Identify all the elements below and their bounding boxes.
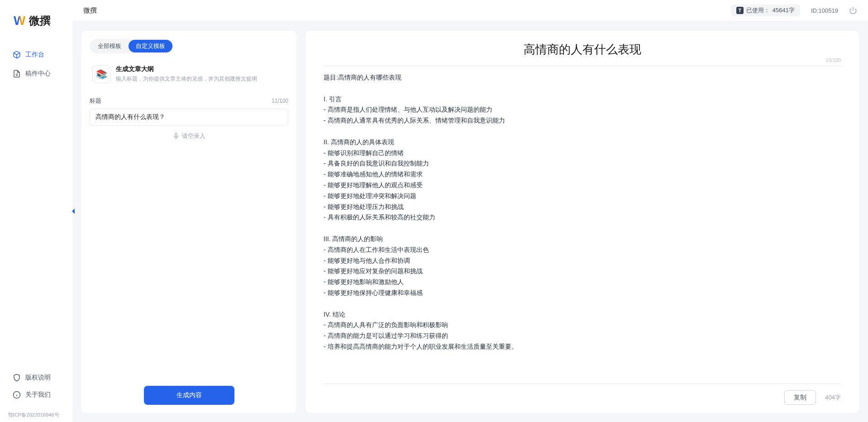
generate-button[interactable]: 生成内容 [144,386,234,405]
cube-icon [13,51,21,59]
template-icon: 📚 [92,65,110,83]
template-tabs: 全部模板 自定义模板 [90,39,173,53]
content-area: 全部模板 自定义模板 📚 生成文章大纲 输入标题，为你提供文章主体的灵感，并为其… [72,21,868,422]
tab-all-templates[interactable]: 全部模板 [91,40,129,52]
topbar: 微撰 T 已使用： 45641字 ID:100519 [72,0,868,21]
logo-icon: W [14,14,25,28]
voice-input[interactable]: 请空录入 [90,126,288,147]
power-icon[interactable] [849,6,857,14]
sidebar-item-workbench[interactable]: 工作台 [5,46,67,63]
output-title: 高情商的人有什么表现 [324,42,841,57]
template-name: 生成文章大纲 [116,65,257,73]
form-label-row: 标题 11/100 [90,97,288,105]
voice-hint: 请空录入 [182,132,205,140]
nav-label: 版权说明 [25,374,51,382]
mic-icon [173,133,179,139]
right-panel: 高情商的人有什么表现 10/100 题目:高情商的人有哪些表现 I. 引言 - … [305,31,859,413]
output-count-row: 10/100 [324,57,841,63]
form-section: 标题 11/100 请空录入 [90,91,288,386]
sidebar-item-about[interactable]: 关于我们 [5,386,67,403]
copy-button[interactable]: 复制 [784,390,816,405]
t-icon: T [736,7,744,14]
document-icon [13,70,21,78]
sidebar-item-copyright[interactable]: 版权说明 [5,369,67,386]
template-meta: 生成文章大纲 输入标题，为你提供文章主体的灵感，并为其创建推文提纲 [116,65,257,83]
output-footer: 复制 404字 [324,384,841,405]
output-divider [324,66,841,66]
icp-text: 鄂ICP备2022016946号 [0,409,72,422]
nav-items: 工作台 稿件中心 [0,46,72,364]
nav-label: 工作台 [25,51,44,59]
usage-value: 45641字 [773,6,795,14]
output-title-count: 10/100 [825,57,841,63]
nav-footer: 版权说明 关于我们 [0,364,72,409]
logo: W 微撰 [0,14,72,46]
sidebar: W 微撰 工作台 稿件中心 版权说明 关于我们 鄂ICP备2022016946号 [0,0,72,422]
left-panel: 全部模板 自定义模板 📚 生成文章大纲 输入标题，为你提供文章主体的灵感，并为其… [81,31,296,413]
logo-text: 微撰 [29,14,51,28]
title-char-count: 11/100 [272,98,288,104]
usage-label: 已使用： [746,6,770,14]
nav-label: 稿件中心 [25,70,51,78]
title-label: 标题 [90,97,101,105]
usage-badge[interactable]: T 已使用： 45641字 [731,5,800,16]
title-input[interactable] [90,109,288,126]
output-body[interactable]: 题目:高情商的人有哪些表现 I. 引言 - 高情商是指人们处理情绪、与他人互动以… [324,72,841,379]
word-count: 404字 [825,394,841,402]
template-desc: 输入标题，为你提供文章主体的灵感，并为其创建推文提纲 [116,75,257,83]
shield-icon [13,374,21,382]
sidebar-item-drafts[interactable]: 稿件中心 [5,65,67,82]
nav-label: 关于我们 [25,391,51,399]
user-id: ID:100519 [811,7,838,14]
topbar-right: T 已使用： 45641字 ID:100519 [731,5,857,16]
template-info: 📚 生成文章大纲 输入标题，为你提供文章主体的灵感，并为其创建推文提纲 [90,61,288,91]
topbar-title: 微撰 [83,6,97,15]
info-icon [13,391,21,399]
main: 微撰 T 已使用： 45641字 ID:100519 全部模板 自定义模板 📚 [72,0,868,422]
tab-custom-templates[interactable]: 自定义模板 [129,40,172,52]
